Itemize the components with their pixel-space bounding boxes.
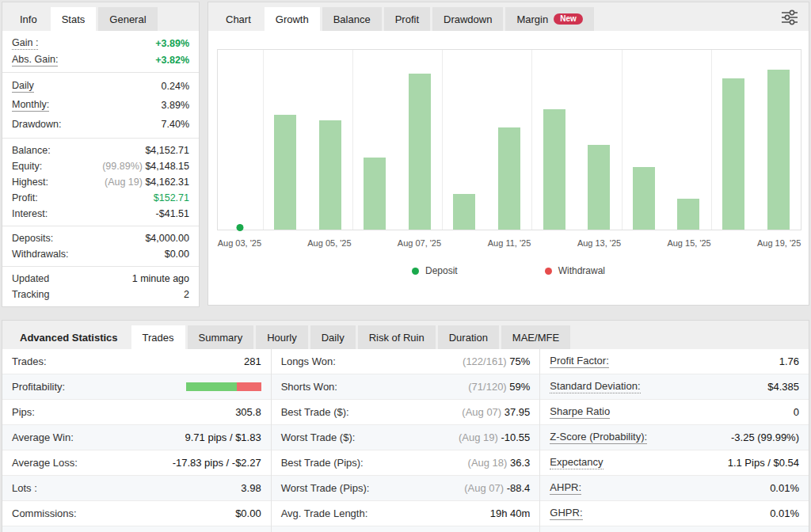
stat-value-main: 3.89% <box>162 100 189 111</box>
stats-column-1: Trades:281Profitability:Pips:305.8Averag… <box>2 349 271 532</box>
stat-value: -$41.51 <box>156 208 189 219</box>
stats-section: Deposits:$4,000.00Withdrawals:$0.00 <box>2 226 199 266</box>
stat-row-balance: Balance:$4,152.71 <box>12 142 189 158</box>
deposit-marker-icon <box>237 224 244 231</box>
stat-row-standard-deviation: Standard Deviation:$4.385 <box>540 374 809 400</box>
stat-label: Highest: <box>12 177 48 188</box>
stat-value-main: $152.71 <box>154 192 189 203</box>
stats-column-3: Profit Factor:1.76Standard Deviation:$4.… <box>539 349 809 532</box>
tab-summary[interactable]: Summary <box>188 325 254 349</box>
stat-value-main: 36.3 <box>510 457 530 469</box>
tab-daily[interactable]: Daily <box>310 325 356 349</box>
stat-value: (Aug 07) 37.95 <box>462 406 530 418</box>
stat-value-main: +3.89% <box>155 38 189 49</box>
stat-value: (Aug 19) $4,162.31 <box>105 177 189 188</box>
profitability-bar <box>186 382 261 391</box>
tab-stats[interactable]: Stats <box>51 7 97 31</box>
stat-value: 0.01% <box>770 482 799 494</box>
tab-profit[interactable]: Profit <box>384 7 430 31</box>
growth-bar-aug-05-25 <box>319 120 341 230</box>
stat-value-context: (71/120) <box>468 381 509 393</box>
tab-trades[interactable]: Trades <box>131 325 185 349</box>
growth-bar-aug-04-25 <box>274 115 296 230</box>
stat-label: Standard Deviation: <box>550 380 640 393</box>
tab-general[interactable]: General <box>98 7 157 31</box>
stat-label: Deposits: <box>12 233 53 244</box>
stat-row-equity: Equity:(99.89%) $4,148.15 <box>12 158 189 174</box>
stat-value-main: 75% <box>509 355 530 367</box>
stat-label: Updated <box>12 273 49 284</box>
stat-label: Equity: <box>12 161 42 172</box>
tab-label: Advanced Statistics <box>20 332 118 344</box>
stat-value: (Aug 19) -10.55 <box>459 431 530 443</box>
stat-value: $152.71 <box>154 192 189 203</box>
stat-value: (122/161) 75% <box>463 355 530 367</box>
chart-panel-tabstrip: ChartGrowthBalanceProfitDrawdownMarginNe… <box>208 2 809 31</box>
stat-value-main: -17.83 pips / -$2.27 <box>173 457 261 469</box>
stat-value-main: 3.98 <box>241 482 261 494</box>
stat-label: Profit Factor: <box>550 355 608 368</box>
tab-growth[interactable]: Growth <box>265 7 320 31</box>
advanced-statistics-tabstrip: Advanced StatisticsTradesSummaryHourlyDa… <box>2 321 809 349</box>
deposit-dot-icon <box>412 268 419 275</box>
stat-row-clipped <box>272 526 540 532</box>
stat-value-main: +3.82% <box>155 55 189 66</box>
tab-label: Daily <box>322 332 345 344</box>
stat-row-clipped <box>2 526 271 532</box>
stats-column-2: Longs Won:(122/161) 75%Shorts Won:(71/12… <box>271 349 540 532</box>
growth-bar-aug-14-25 <box>633 167 655 230</box>
stat-value-context: (Aug 07) <box>462 406 504 418</box>
gridline <box>622 50 623 230</box>
stat-value-main: -10.55 <box>501 431 530 443</box>
stat-row-updated: Updated1 minute ago <box>12 271 189 287</box>
stat-row-worst-trade: Worst Trade ($):(Aug 19) -10.55 <box>272 425 540 450</box>
stat-label: Worst Trade (Pips): <box>281 482 370 494</box>
stat-row-interest: Interest:-$41.51 <box>12 206 189 222</box>
growth-bar-aug-07-25 <box>409 74 431 230</box>
stats-section: Updated1 minute agoTracking2 <box>2 266 199 306</box>
stat-row-abs-gain: Abs. Gain:+3.82% <box>12 51 189 68</box>
stat-value-context: (Aug 18) <box>468 457 510 469</box>
tab-info[interactable]: Info <box>9 7 48 31</box>
stat-row-expectancy: Expectancy1.1 Pips / $0.54 <box>540 450 809 476</box>
tab-margin[interactable]: MarginNew <box>505 7 593 31</box>
stat-value: $0.00 <box>165 249 189 260</box>
stat-value-main: 0.01% <box>770 482 799 494</box>
tab-risk-of-ruin[interactable]: Risk of Ruin <box>358 325 436 349</box>
stat-value-main: 7.40% <box>162 119 189 130</box>
growth-bar-aug-12-25 <box>543 109 565 230</box>
tab-hourly[interactable]: Hourly <box>256 325 308 349</box>
stat-row-z-score-probability: Z-Score (Probability):-3.25 (99.99%) <box>540 425 809 450</box>
stat-row-tracking: Tracking2 <box>12 287 189 302</box>
tab-mae-mfe[interactable]: MAE/MFE <box>501 325 570 349</box>
tab-chart[interactable]: Chart <box>215 7 262 31</box>
stat-value: -17.83 pips / -$2.27 <box>173 457 261 469</box>
legend-label: Withdrawal <box>558 265 605 276</box>
tab-balance[interactable]: Balance <box>322 7 382 31</box>
stat-value: 9.71 pips / $1.83 <box>185 431 261 443</box>
tab-duration[interactable]: Duration <box>438 325 499 349</box>
stat-value-main: 19h 40m <box>490 507 531 519</box>
tab-drawdown[interactable]: Drawdown <box>432 7 503 31</box>
stat-value: 305.8 <box>235 406 261 418</box>
stat-label: Profit: <box>12 192 38 203</box>
stat-value-context: (99.89%) <box>102 161 145 172</box>
stats-panel-body: Gain :+3.89%Abs. Gain:+3.82%Daily0.24%Mo… <box>2 31 199 306</box>
tab-label: General <box>109 13 146 25</box>
legend-item-withdrawal[interactable]: Withdrawal <box>545 265 605 276</box>
tab-label: Info <box>20 13 37 25</box>
stat-label: GHPR: <box>550 507 582 520</box>
stat-value: (99.89%) $4,148.15 <box>102 161 189 172</box>
legend-item-deposit[interactable]: Deposit <box>412 265 458 276</box>
stat-value-main: 281 <box>244 355 261 367</box>
tab-label: MAE/MFE <box>512 332 559 344</box>
filter-sliders-icon[interactable] <box>780 9 799 26</box>
stat-row-shorts-won: Shorts Won:(71/120) 59% <box>272 374 540 400</box>
stat-value-main: 1 minute ago <box>132 273 189 284</box>
stat-value-main: $0.00 <box>235 507 261 519</box>
new-badge: New <box>554 13 583 25</box>
tab-advanced-statistics[interactable]: Advanced Statistics <box>9 325 129 349</box>
stat-row-longs-won: Longs Won:(122/161) 75% <box>272 349 540 374</box>
tab-label: Stats <box>62 13 86 25</box>
stat-row-sharpe-ratio: Sharpe Ratio0 <box>540 400 809 425</box>
